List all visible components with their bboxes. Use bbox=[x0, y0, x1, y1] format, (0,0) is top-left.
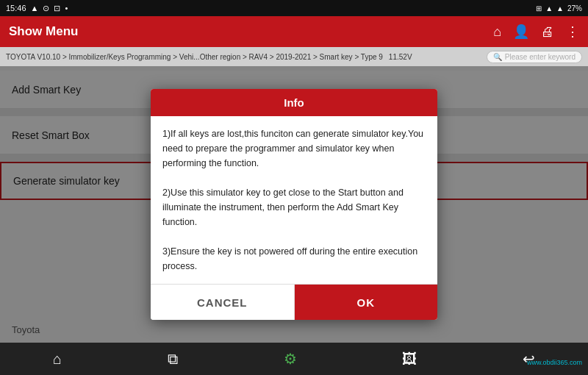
voltage-display: 11.52V bbox=[389, 53, 412, 61]
person-icon[interactable]: 👤 bbox=[513, 24, 529, 40]
bottom-nav: ⌂ ⧉ ⚙ 🖼 ↩ www.obdii365.com bbox=[0, 343, 588, 375]
app-title: Show Menu bbox=[9, 24, 78, 39]
main-content: Add Smart Key Reset Smart Box Generate s… bbox=[0, 66, 588, 343]
dialog-overlay: Info 1)If all keys are lost,this funcito… bbox=[0, 66, 588, 343]
dialog-body: 1)If all keys are lost,this funciton can… bbox=[151, 116, 437, 284]
battery-display: 27% bbox=[567, 4, 582, 12]
signal-icon: ▲ bbox=[31, 4, 39, 12]
info-dialog: Info 1)If all keys are lost,this funcito… bbox=[151, 89, 437, 320]
print-icon[interactable]: 🖨 bbox=[541, 24, 554, 40]
app-bar: Show Menu ⌂ 👤 🖨 ⋮ bbox=[0, 16, 588, 47]
home-icon[interactable]: ⌂ bbox=[493, 24, 501, 40]
dot-icon: • bbox=[65, 4, 68, 12]
status-right: ⊞ ▲ ▲ 27% bbox=[536, 4, 582, 12]
breadcrumb-text: TOYOTA V10.10 > Immobilizer/Keys Program… bbox=[6, 53, 383, 61]
nav-home-icon[interactable]: ⌂ bbox=[53, 351, 62, 368]
wifi-icon: ⊙ bbox=[43, 4, 49, 13]
cancel-button[interactable]: CANCEL bbox=[151, 285, 295, 320]
nav-tool-icon[interactable]: ⚙ bbox=[284, 350, 297, 368]
nav-copy-icon[interactable]: ⧉ bbox=[168, 351, 178, 368]
dialog-body-text: 1)If all keys are lost,this funciton can… bbox=[162, 129, 423, 271]
screenshot-icon: ⊞ bbox=[536, 4, 542, 12]
status-left: 15:46 ▲ ⊙ ⊡ • bbox=[6, 4, 68, 13]
breadcrumb-bar: TOYOTA V10.10 > Immobilizer/Keys Program… bbox=[0, 47, 588, 66]
time-display: 15:46 bbox=[6, 4, 26, 12]
ok-button[interactable]: OK bbox=[295, 285, 438, 320]
app-bar-icons: ⌂ 👤 🖨 ⋮ bbox=[493, 24, 579, 40]
dialog-title: Info bbox=[151, 89, 437, 116]
wifi-status-icon: ▲ bbox=[545, 4, 553, 12]
battery-small-icon: ⊡ bbox=[54, 4, 60, 13]
search-icon: 🔍 bbox=[493, 53, 502, 61]
search-placeholder: Please enter keyword bbox=[505, 53, 576, 61]
dialog-actions: CANCEL OK bbox=[151, 284, 437, 320]
more-icon[interactable]: ⋮ bbox=[566, 24, 579, 40]
status-bar: 15:46 ▲ ⊙ ⊡ • ⊞ ▲ ▲ 27% bbox=[0, 0, 588, 16]
watermark: www.obdii365.com bbox=[527, 359, 582, 366]
breadcrumb-search[interactable]: 🔍 Please enter keyword bbox=[487, 51, 582, 63]
nav-image-icon[interactable]: 🖼 bbox=[402, 351, 417, 368]
signal-bars-icon: ▲ bbox=[556, 4, 564, 12]
